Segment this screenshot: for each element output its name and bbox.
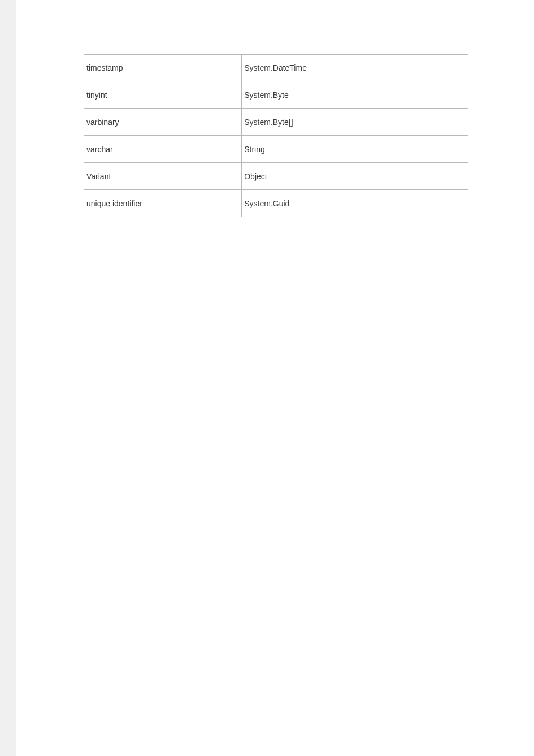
sql-type-cell: timestamp (84, 54, 241, 81)
sql-type-cell: varchar (84, 136, 241, 163)
table-row: varbinary System.Byte[] (84, 109, 468, 136)
dotnet-type-cell: String (241, 136, 468, 163)
table-row: timestamp System.DateTime (84, 54, 468, 81)
document-page: timestamp System.DateTime tinyint System… (16, 0, 534, 756)
content-area: timestamp System.DateTime tinyint System… (16, 0, 534, 217)
sql-type-cell: Variant (84, 163, 241, 190)
table-row: Variant Object (84, 163, 468, 190)
table-row: varchar String (84, 136, 468, 163)
dotnet-type-cell: System.Guid (241, 190, 468, 217)
table-row: tinyint System.Byte (84, 81, 468, 109)
sql-type-cell: varbinary (84, 109, 241, 136)
dotnet-type-cell: System.Byte[] (241, 109, 468, 136)
dotnet-type-cell: System.DateTime (241, 54, 468, 81)
sql-type-cell: unique identifier (84, 190, 241, 217)
sql-type-cell: tinyint (84, 81, 241, 109)
dotnet-type-cell: Object (241, 163, 468, 190)
table-row: unique identifier System.Guid (84, 190, 468, 217)
type-mapping-table: timestamp System.DateTime tinyint System… (84, 54, 468, 217)
dotnet-type-cell: System.Byte (241, 81, 468, 109)
